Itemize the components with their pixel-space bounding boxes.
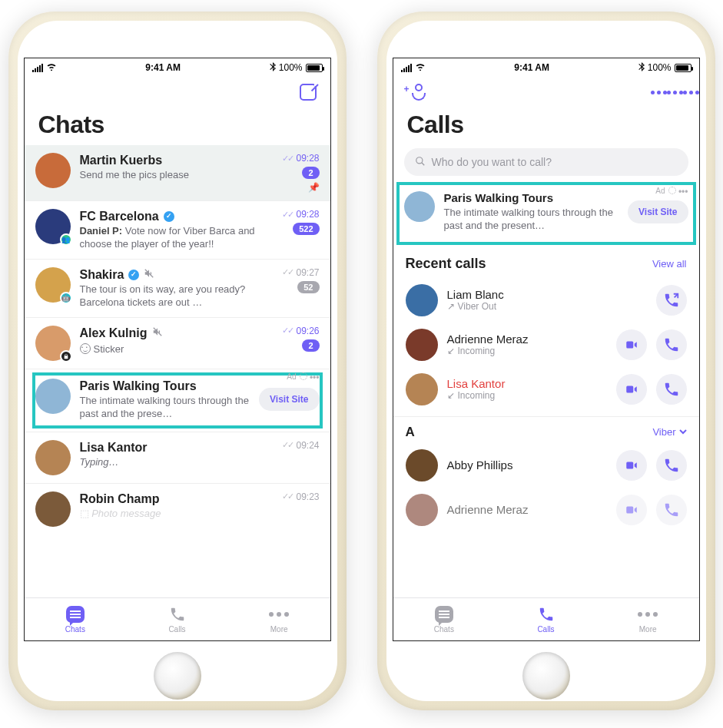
chat-icon xyxy=(435,606,453,623)
arrow-incoming-icon: ↙ xyxy=(447,390,455,401)
phone-right: 9:41 AM 100% + xyxy=(377,12,715,710)
call-row[interactable]: Lisa Kantor ↙Incoming xyxy=(393,367,699,412)
nav-row: + xyxy=(393,77,699,108)
more-icon xyxy=(638,612,658,617)
tab-calls[interactable]: Calls xyxy=(495,598,597,640)
visit-site-button[interactable]: Visit Site xyxy=(259,388,319,411)
avatar xyxy=(406,449,438,481)
chat-name: Alex Kulnig xyxy=(80,326,148,340)
arrow-outgoing-icon: ↗ xyxy=(447,301,455,312)
tab-label: Calls xyxy=(537,625,554,634)
tab-bar: Chats Calls More xyxy=(393,597,699,640)
chat-row[interactable]: 👥 FC Barcelona ✓ Daniel P: Vote now for … xyxy=(25,201,330,260)
verified-icon: ✓ xyxy=(128,270,139,280)
unread-badge: 522 xyxy=(293,223,319,235)
call-button[interactable] xyxy=(656,374,687,405)
avatar xyxy=(35,491,71,527)
ad-menu-button[interactable]: ••• xyxy=(310,372,320,383)
chat-row[interactable]: Lisa Kantor Typing… ✓✓09:24 xyxy=(25,432,330,484)
chat-preview: Sticker xyxy=(80,342,275,356)
call-button[interactable] xyxy=(656,285,687,316)
battery-icon xyxy=(306,64,323,72)
call-row[interactable]: Adrienne Meraz ↙Incoming xyxy=(393,323,699,367)
chat-name: Shakira xyxy=(80,267,124,282)
contact-row[interactable]: Abby Phillips xyxy=(393,443,699,488)
chat-row[interactable]: 🤖 Shakira ✓ The tour is on its way, are … xyxy=(25,260,330,318)
tab-label: Chats xyxy=(65,625,85,634)
tab-label: More xyxy=(639,625,657,634)
community-badge-icon: 👥 xyxy=(60,233,72,246)
chat-row[interactable]: Robin Champ ⬚ Photo message ✓✓09:23 xyxy=(25,484,330,534)
tab-more[interactable]: More xyxy=(228,598,330,640)
call-button[interactable] xyxy=(656,329,687,360)
ad-row[interactable]: Ad ••• Paris Walking Tours The intimate … xyxy=(25,369,330,432)
avatar xyxy=(406,329,438,361)
search-input[interactable]: Who do you want to call? xyxy=(404,148,688,176)
ad-title: Paris Walking Tours xyxy=(80,379,260,393)
page-title: Calls xyxy=(393,108,699,145)
compose-button[interactable] xyxy=(298,82,318,102)
call-button[interactable] xyxy=(656,495,687,525)
phone-left: 9:41 AM 100% Chats xyxy=(8,12,347,710)
add-contact-button[interactable]: + xyxy=(406,82,426,102)
chat-row[interactable]: Martin Kuerbs Send me the pics please ✓✓… xyxy=(25,145,330,201)
keypad-button[interactable] xyxy=(667,82,687,102)
call-row[interactable]: Liam Blanc ↗Viber Out xyxy=(393,278,699,323)
read-checks-icon: ✓✓ xyxy=(282,210,293,220)
unread-badge: 52 xyxy=(297,281,319,293)
avatar: 🤖 xyxy=(35,267,71,303)
ad-loading-icon xyxy=(300,372,307,380)
search-placeholder: Who do you want to call? xyxy=(432,156,552,168)
chat-name: Martin Kuerbs xyxy=(80,153,275,167)
svg-line-3 xyxy=(421,162,424,165)
section-recent-calls: Recent calls View all xyxy=(393,245,699,278)
home-button[interactable] xyxy=(154,652,201,700)
chat-time: 09:27 xyxy=(296,267,319,278)
chat-list[interactable]: Martin Kuerbs Send me the pics please ✓✓… xyxy=(25,145,330,597)
status-time: 9:41 AM xyxy=(57,62,270,73)
status-bar: 9:41 AM 100% xyxy=(393,58,699,77)
avatar xyxy=(35,379,71,414)
status-time: 9:41 AM xyxy=(426,62,638,73)
ad-desc: The intimate walking tours through the p… xyxy=(80,395,260,421)
tab-chats[interactable]: Chats xyxy=(393,598,496,640)
signal-icon xyxy=(401,64,412,72)
read-checks-icon: ✓✓ xyxy=(282,326,293,336)
tab-bar: Chats Calls More xyxy=(25,597,330,640)
chevron-down-icon xyxy=(679,426,687,438)
tab-calls[interactable]: Calls xyxy=(126,598,228,640)
wifi-icon xyxy=(415,62,426,73)
ad-row[interactable]: Ad ••• Paris Walking Tours The intimate … xyxy=(393,184,699,245)
alpha-letter: A xyxy=(406,425,415,440)
home-button[interactable] xyxy=(522,652,570,700)
chat-icon xyxy=(66,606,85,623)
tab-more[interactable]: More xyxy=(597,598,699,640)
call-name: Lisa Kantor xyxy=(447,377,607,390)
contact-row[interactable]: Adrienne Meraz xyxy=(393,488,699,532)
bluetooth-icon xyxy=(270,62,276,74)
call-button[interactable] xyxy=(656,450,687,481)
ad-menu-button[interactable]: ••• xyxy=(678,187,688,197)
chat-time: 09:23 xyxy=(296,491,319,502)
tab-chats[interactable]: Chats xyxy=(25,598,127,640)
read-checks-icon: ✓✓ xyxy=(282,267,293,277)
video-call-button[interactable] xyxy=(616,329,647,360)
avatar xyxy=(35,153,71,188)
battery-pct: 100% xyxy=(279,62,303,73)
page-title: Chats xyxy=(25,108,330,145)
lock-badge-icon xyxy=(60,350,72,362)
search-icon xyxy=(415,156,426,169)
video-call-button[interactable] xyxy=(616,495,647,525)
contact-name: Abby Phillips xyxy=(447,458,607,472)
chat-name: FC Barcelona xyxy=(80,209,159,223)
call-name: Adrienne Meraz xyxy=(447,333,607,346)
filter-dropdown[interactable]: Viber xyxy=(652,426,686,438)
ad-label: Ad xyxy=(287,372,296,381)
visit-site-button[interactable]: Visit Site xyxy=(628,200,688,223)
video-call-button[interactable] xyxy=(616,450,647,481)
call-sub: Incoming xyxy=(458,346,496,356)
video-call-button[interactable] xyxy=(616,374,647,405)
chat-row[interactable]: Alex Kulnig Sticker ✓✓09:26 2 xyxy=(25,318,330,369)
arrow-incoming-icon: ↙ xyxy=(447,346,455,356)
view-all-link[interactable]: View all xyxy=(652,258,687,270)
